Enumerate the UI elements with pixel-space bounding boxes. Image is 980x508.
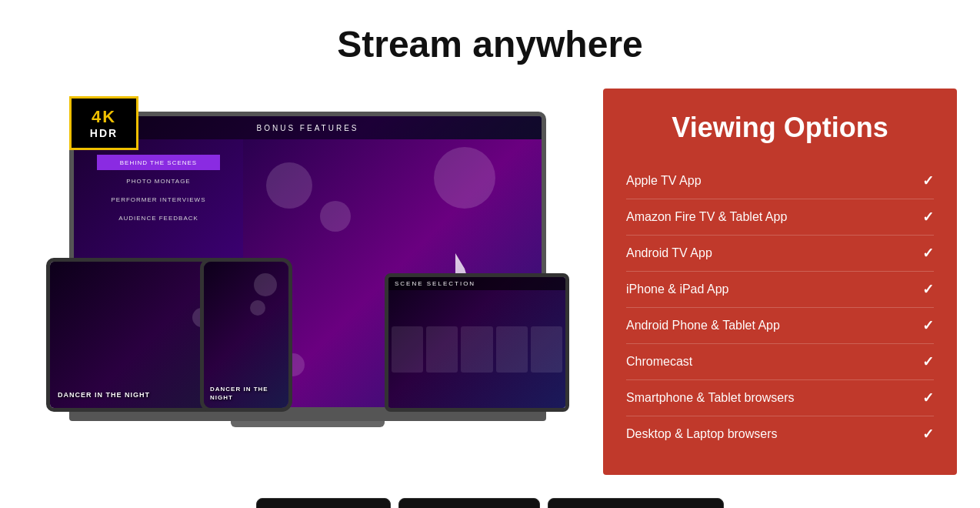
viewing-options-panel: Viewing Options Apple TV App✓Amazon Fire… bbox=[603, 89, 957, 475]
viewing-option-item: Amazon Fire TV & Tablet App✓ bbox=[626, 199, 934, 236]
viewing-option-label: Android Phone & Tablet App bbox=[626, 319, 780, 333]
viewing-option-item: Android Phone & Tablet App✓ bbox=[626, 308, 934, 344]
4k-hdr-badge: 4K HDR bbox=[69, 96, 138, 150]
left-section: 4K HDR BONUS FEATURES BEHIND THE SCENES … bbox=[23, 89, 577, 427]
viewing-option-label: iPhone & iPad App bbox=[626, 282, 728, 296]
laptop-base bbox=[69, 412, 546, 421]
menu-item-3: PERFORMER INTERVIEWS bbox=[97, 192, 220, 207]
tablet-title: DANCER IN THE NIGHT bbox=[58, 391, 150, 400]
page-title: Stream anywhere bbox=[0, 0, 980, 81]
menu-item-4: AUDIENCE FEEDBACK bbox=[97, 210, 220, 226]
amazon-appstore-button[interactable]: a available at amazon appstore bbox=[548, 498, 723, 508]
viewing-option-item: iPhone & iPad App✓ bbox=[626, 272, 934, 308]
ipad-thumb-5 bbox=[531, 326, 562, 373]
ipad-thumb-3 bbox=[461, 326, 492, 373]
store-badges:  Download on the App Store GET IT ON Go… bbox=[0, 475, 980, 508]
viewing-options-list: Apple TV App✓Amazon Fire TV & Tablet App… bbox=[626, 163, 934, 452]
4k-label: 4K bbox=[92, 107, 116, 127]
viewing-option-item: Apple TV App✓ bbox=[626, 163, 934, 199]
ipad-thumb-2 bbox=[426, 326, 458, 373]
viewing-option-label: Android TV App bbox=[626, 246, 712, 260]
menu-item-1: BEHIND THE SCENES bbox=[97, 155, 220, 170]
ipad-thumbnails bbox=[388, 290, 565, 408]
viewing-option-label: Desktop & Laptop browsers bbox=[626, 427, 778, 441]
devices-wrapper: BONUS FEATURES BEHIND THE SCENES PHOTO M… bbox=[46, 112, 577, 427]
check-icon: ✓ bbox=[922, 389, 934, 406]
viewing-option-label: Chromecast bbox=[626, 355, 692, 369]
laptop-nav: BONUS FEATURES bbox=[74, 116, 542, 139]
phone-device: DANCER IN THE NIGHT bbox=[200, 258, 292, 412]
viewing-option-item: Smartphone & Tablet browsers✓ bbox=[626, 380, 934, 416]
ipad-thumb-1 bbox=[392, 326, 423, 373]
ipad-header: SCENE SELECTION bbox=[388, 277, 565, 290]
hdr-label: HDR bbox=[90, 127, 118, 139]
viewing-options-title: Viewing Options bbox=[626, 112, 934, 144]
laptop-stand bbox=[231, 421, 385, 427]
viewing-option-item: Chromecast✓ bbox=[626, 344, 934, 380]
phone-screen: DANCER IN THE NIGHT bbox=[204, 262, 288, 408]
phone-title: DANCER IN THE NIGHT bbox=[210, 386, 282, 402]
viewing-option-label: Apple TV App bbox=[626, 174, 702, 188]
ipad-device: SCENE SELECTION bbox=[385, 273, 569, 412]
app-store-button[interactable]:  Download on the App Store bbox=[256, 498, 391, 508]
ipad-screen: SCENE SELECTION bbox=[388, 277, 565, 408]
menu-item-2: PHOTO MONTAGE bbox=[97, 173, 220, 189]
ipad-thumb-4 bbox=[496, 326, 528, 373]
viewing-option-item: Android TV App✓ bbox=[626, 236, 934, 272]
check-icon: ✓ bbox=[922, 426, 934, 443]
check-icon: ✓ bbox=[922, 245, 934, 262]
viewing-option-item: Desktop & Laptop browsers✓ bbox=[626, 416, 934, 452]
check-icon: ✓ bbox=[922, 209, 934, 226]
laptop-menu-items: BEHIND THE SCENES PHOTO MONTAGE PERFORME… bbox=[82, 147, 235, 233]
check-icon: ✓ bbox=[922, 281, 934, 298]
check-icon: ✓ bbox=[922, 353, 934, 370]
check-icon: ✓ bbox=[922, 317, 934, 334]
viewing-option-label: Smartphone & Tablet browsers bbox=[626, 391, 794, 405]
check-icon: ✓ bbox=[922, 172, 934, 189]
main-content: 4K HDR BONUS FEATURES BEHIND THE SCENES … bbox=[0, 81, 980, 475]
viewing-option-label: Amazon Fire TV & Tablet App bbox=[626, 210, 787, 224]
google-play-button[interactable]: GET IT ON Google Play bbox=[398, 498, 540, 508]
